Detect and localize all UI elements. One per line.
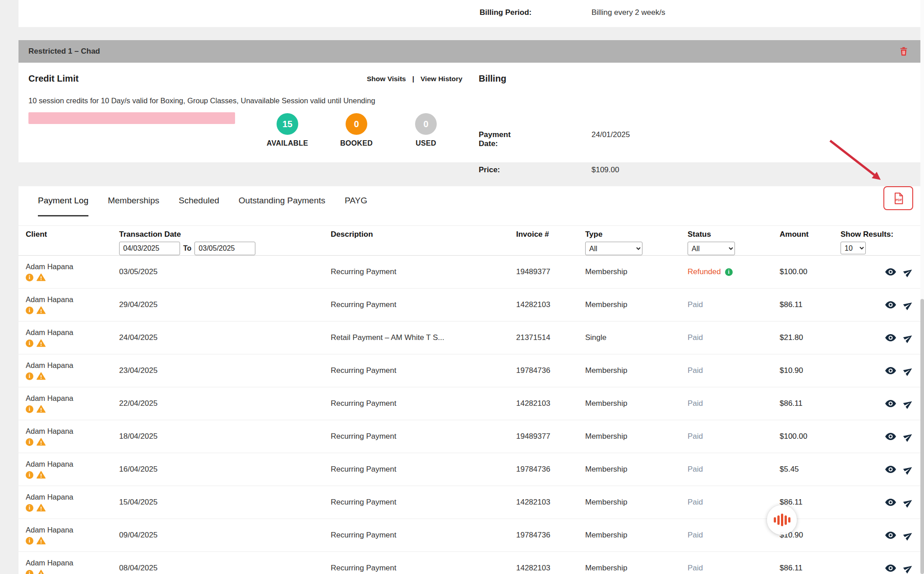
stat-used-label: USED: [399, 139, 453, 147]
col-transaction-date: Transaction Date: [119, 230, 331, 241]
view-payment-icon[interactable]: [885, 367, 896, 374]
view-payment-icon[interactable]: [885, 301, 896, 308]
view-payment-icon[interactable]: [885, 466, 896, 473]
date-from-input[interactable]: [119, 242, 180, 255]
tab-memberships[interactable]: Memberships: [108, 186, 159, 216]
view-payment-icon[interactable]: [885, 499, 896, 506]
client-name: Adam Hapana: [26, 427, 74, 436]
status-text: Paid: [688, 465, 703, 474]
client-cell: Adam Hapana: [26, 486, 119, 519]
send-receipt-icon[interactable]: [902, 463, 915, 476]
warning-icon[interactable]: [37, 372, 46, 380]
scrollbar-track[interactable]: [920, 0, 924, 574]
send-receipt-icon[interactable]: [902, 496, 915, 509]
client-icons: [26, 372, 46, 380]
send-receipt-icon[interactable]: [902, 298, 915, 311]
info-icon[interactable]: [26, 307, 33, 314]
status-text: Paid: [688, 300, 703, 309]
transaction-date-cell: 23/04/2025: [119, 354, 331, 387]
delete-package-icon[interactable]: [899, 46, 909, 56]
warning-icon[interactable]: [37, 471, 46, 479]
client-cell: Adam Hapana: [26, 453, 119, 486]
send-receipt-icon[interactable]: [902, 397, 915, 410]
client-name: Adam Hapana: [26, 526, 74, 534]
row-actions: [841, 321, 920, 354]
client-name: Adam Hapana: [26, 394, 74, 403]
tab-scheduled[interactable]: Scheduled: [179, 186, 219, 216]
status-text: Paid: [688, 564, 703, 573]
svg-text:PDF: PDF: [896, 198, 902, 201]
show-results-select[interactable]: 10: [841, 242, 866, 254]
status-cell: Paid: [688, 354, 780, 387]
warning-icon[interactable]: [37, 438, 46, 446]
info-icon[interactable]: [26, 537, 33, 545]
row-actions: [841, 354, 920, 387]
stat-booked-value: 0: [346, 113, 367, 135]
client-name: Adam Hapana: [26, 295, 74, 304]
view-history-link[interactable]: View History: [420, 75, 462, 83]
table-row: Adam Hapana 29/04/2025 Recurring Payment…: [18, 289, 920, 321]
table-row: Adam Hapana 08/04/2025 Recurring Payment…: [18, 552, 920, 574]
status-filter-select[interactable]: All: [688, 242, 735, 255]
warning-icon[interactable]: [37, 339, 46, 347]
send-receipt-icon[interactable]: [902, 331, 915, 344]
table-row: Adam Hapana 24/04/2025 Retail Payment – …: [18, 321, 920, 354]
col-client: Client: [26, 230, 119, 241]
view-payment-icon[interactable]: [885, 565, 896, 572]
send-receipt-icon[interactable]: [902, 364, 915, 377]
row-actions: [841, 289, 920, 321]
scrollbar-thumb[interactable]: [920, 299, 924, 574]
client-icons: [26, 471, 46, 479]
warning-icon[interactable]: [37, 306, 46, 314]
view-payment-icon[interactable]: [885, 268, 896, 276]
tab-payg[interactable]: PAYG: [345, 186, 367, 216]
send-receipt-icon[interactable]: [902, 265, 915, 278]
tab-outstanding-payments[interactable]: Outstanding Payments: [239, 186, 325, 216]
invoice-cell: 19489377: [516, 256, 585, 288]
client-name: Adam Hapana: [26, 262, 74, 271]
client-cell: Adam Hapana: [26, 256, 119, 288]
view-payment-icon[interactable]: [885, 400, 896, 407]
send-receipt-icon[interactable]: [902, 528, 915, 542]
warning-icon[interactable]: [37, 504, 46, 512]
col-status: Status: [688, 230, 780, 241]
info-icon[interactable]: [26, 504, 33, 512]
info-icon[interactable]: [26, 340, 33, 347]
type-cell: Membership: [585, 256, 688, 288]
export-pdf-button[interactable]: PDF: [883, 186, 913, 210]
refund-info-icon[interactable]: [725, 268, 733, 276]
invoice-cell: 14282103: [516, 552, 585, 574]
client-icons: [26, 306, 46, 314]
view-payment-icon[interactable]: [885, 334, 896, 341]
client-name: Adam Hapana: [26, 328, 74, 337]
description-cell: Recurring Payment: [331, 354, 516, 387]
type-cell: Membership: [585, 552, 688, 574]
send-receipt-icon[interactable]: [902, 430, 915, 443]
info-icon[interactable]: [26, 570, 33, 574]
billing-period-label: Billing Period:: [480, 8, 531, 17]
send-receipt-icon[interactable]: [902, 561, 915, 574]
previous-membership-card: Billing Period: Billing every 2 week/s: [18, 0, 920, 27]
warning-icon[interactable]: [37, 405, 46, 413]
warning-icon[interactable]: [37, 569, 46, 574]
stat-available-label: AVAILABLE: [260, 139, 314, 147]
tab-payment-log[interactable]: Payment Log: [38, 186, 88, 216]
date-to-input[interactable]: [194, 242, 255, 255]
amount-cell: $100.00: [780, 256, 841, 288]
show-visits-link[interactable]: Show Visits: [367, 75, 406, 83]
warning-icon[interactable]: [37, 537, 46, 545]
view-payment-icon[interactable]: [885, 433, 896, 440]
info-icon[interactable]: [26, 405, 33, 413]
warning-icon[interactable]: [37, 273, 46, 281]
info-icon[interactable]: [26, 438, 33, 446]
info-icon[interactable]: [26, 372, 33, 380]
view-payment-icon[interactable]: [885, 532, 896, 539]
credit-limit-heading: Credit Limit: [28, 73, 79, 84]
type-cell: Membership: [585, 453, 688, 486]
transaction-date-cell: 18/04/2025: [119, 420, 331, 453]
type-filter-select[interactable]: All: [585, 242, 642, 255]
status-cell: Paid: [688, 387, 780, 420]
amount-cell: $21.80: [780, 321, 841, 354]
info-icon[interactable]: [26, 274, 33, 281]
info-icon[interactable]: [26, 471, 33, 479]
